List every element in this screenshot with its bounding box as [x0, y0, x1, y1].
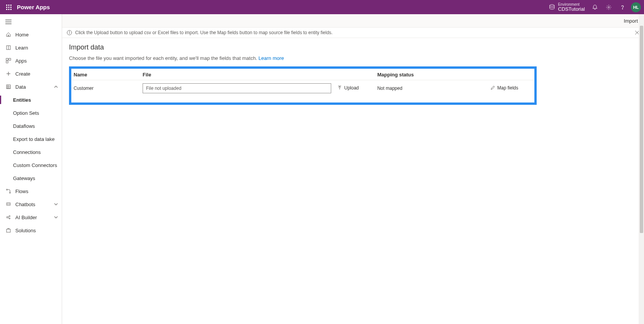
chatbots-icon — [5, 202, 12, 207]
sidebar-item-label: Create — [15, 71, 30, 77]
col-header-file: File — [141, 70, 333, 80]
sidebar-item-label: Data — [15, 84, 26, 90]
sidebar-item-ai-builder[interactable]: AI Builder — [0, 211, 62, 224]
environment-picker[interactable]: Environment CDSTutorial — [549, 2, 585, 12]
settings-icon[interactable] — [602, 0, 616, 14]
svg-rect-5 — [10, 7, 12, 8]
col-header-name: Name — [72, 70, 141, 80]
upload-button[interactable]: Upload — [337, 85, 359, 91]
learn-more-link[interactable]: Learn more — [258, 55, 284, 61]
col-header-status: Mapping status — [376, 70, 464, 80]
import-table-highlight: Name File Mapping status Customer — [69, 66, 537, 105]
help-icon[interactable] — [616, 0, 629, 14]
svg-rect-4 — [8, 7, 10, 8]
sidebar-item-solutions[interactable]: Solutions — [0, 224, 62, 237]
sidebar-item-data[interactable]: Data — [0, 80, 62, 93]
main: Import Click the Upload button to upload… — [62, 14, 644, 324]
table-row: Customer Upload Not mapped — [72, 80, 534, 94]
file-input[interactable] — [143, 83, 331, 93]
sidebar-item-label: Export to data lake — [13, 136, 54, 142]
app-name: Power Apps — [17, 4, 50, 10]
import-button[interactable]: Import — [624, 18, 638, 24]
sidebar-item-apps[interactable]: Apps — [0, 54, 62, 67]
sidebar-item-label: Flows — [15, 188, 28, 194]
svg-rect-3 — [6, 7, 7, 8]
sidebar-item-label: Chatbots — [15, 202, 35, 207]
scrollbar-thumb[interactable] — [640, 26, 643, 233]
svg-rect-6 — [6, 9, 7, 10]
sidebar-item-label: AI Builder — [15, 215, 37, 220]
sidebar-item-label: Home — [15, 32, 29, 38]
environment-icon — [549, 4, 555, 10]
svg-point-9 — [550, 5, 554, 6]
chevron-up-icon — [54, 85, 58, 89]
apps-icon — [5, 58, 12, 63]
sidebar-item-chatbots[interactable]: Chatbots — [0, 198, 62, 211]
sidebar-item-label: Connections — [13, 149, 41, 155]
svg-rect-1 — [8, 5, 10, 6]
sidebar-item-label: Custom Connectors — [13, 162, 57, 168]
page-title: Import data — [69, 43, 637, 51]
sidebar-item-gateways[interactable]: Gateways — [0, 172, 62, 185]
sidebar-item-entities[interactable]: Entities — [0, 93, 62, 106]
sidebar-item-dataflows[interactable]: Dataflows — [0, 119, 62, 132]
waffle-icon[interactable] — [3, 5, 15, 10]
sidebar-item-label: Solutions — [15, 228, 36, 233]
learn-icon — [5, 45, 12, 50]
info-bar: Click the Upload button to upload csv or… — [62, 27, 644, 38]
sidebar-item-label: Entities — [13, 97, 31, 103]
svg-point-39 — [69, 31, 69, 31]
svg-rect-0 — [6, 5, 7, 6]
ai-builder-icon — [5, 215, 12, 220]
svg-rect-36 — [7, 229, 10, 232]
sidebar-item-create[interactable]: Create — [0, 67, 62, 80]
sidebar-item-connections[interactable]: Connections — [0, 145, 62, 159]
svg-point-30 — [9, 204, 10, 205]
svg-point-10 — [608, 7, 610, 8]
sidebar-item-flows[interactable]: Flows — [0, 185, 62, 198]
map-fields-label: Map fields — [497, 85, 518, 91]
sidebar-item-label: Apps — [15, 58, 27, 64]
topbar: Power Apps Environment CDSTutorial HL — [0, 0, 644, 14]
svg-rect-17 — [6, 58, 8, 60]
plus-icon — [5, 71, 12, 76]
map-fields-button[interactable]: Map fields — [490, 85, 518, 91]
scrollbar[interactable] — [639, 14, 644, 324]
sidebar-item-custom-connectors[interactable]: Custom Connectors — [0, 159, 62, 172]
chevron-down-icon — [54, 202, 58, 206]
sidebar-item-home[interactable]: Home — [0, 28, 62, 41]
sidebar-item-export-lake[interactable]: Export to data lake — [0, 132, 62, 145]
notifications-icon[interactable] — [588, 0, 602, 14]
info-text: Click the Upload button to upload csv or… — [75, 30, 333, 35]
sidebar-item-label: Option Sets — [13, 110, 39, 116]
svg-rect-28 — [7, 203, 10, 205]
svg-line-35 — [8, 218, 9, 218]
data-icon — [5, 84, 12, 89]
page-description: Choose the file you want imported for ea… — [69, 55, 637, 61]
svg-point-26 — [7, 189, 8, 190]
svg-point-32 — [9, 216, 10, 217]
svg-rect-7 — [8, 9, 10, 10]
sidebar-item-option-sets[interactable]: Option Sets — [0, 106, 62, 119]
environment-name: CDSTutorial — [558, 7, 585, 12]
avatar[interactable]: HL — [631, 2, 641, 12]
svg-point-11 — [622, 8, 623, 9]
svg-point-29 — [7, 204, 8, 205]
svg-rect-19 — [6, 61, 8, 63]
svg-point-33 — [9, 218, 10, 219]
svg-rect-18 — [9, 58, 11, 60]
sidebar-item-label: Learn — [15, 45, 28, 51]
flows-icon — [5, 188, 12, 194]
chevron-down-icon — [54, 215, 58, 219]
svg-rect-8 — [10, 9, 12, 10]
sidebar-item-label: Dataflows — [13, 123, 35, 129]
hamburger-icon[interactable] — [0, 16, 62, 28]
svg-point-31 — [7, 217, 8, 218]
sidebar-item-learn[interactable]: Learn — [0, 41, 62, 54]
info-icon — [67, 30, 72, 35]
sidebar-item-label: Gateways — [13, 175, 35, 181]
upload-label: Upload — [344, 85, 359, 91]
upload-icon — [337, 86, 342, 90]
svg-line-34 — [8, 217, 9, 217]
solutions-icon — [5, 228, 12, 233]
